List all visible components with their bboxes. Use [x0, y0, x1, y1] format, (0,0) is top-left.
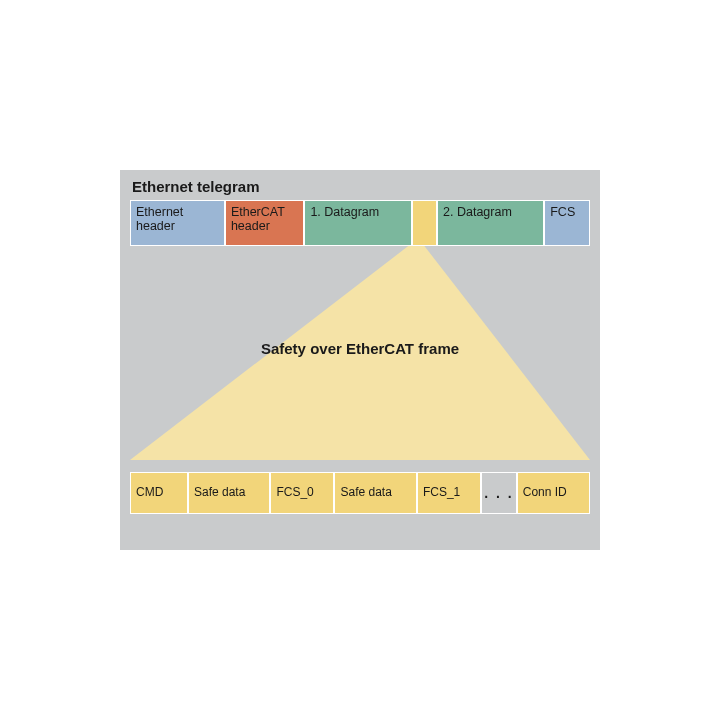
- frame-field: FCS_1: [417, 472, 481, 514]
- frame-field: Conn ID: [517, 472, 590, 514]
- frame-field: 1. Datagram: [304, 200, 411, 246]
- frame-field: 2. Datagram: [437, 200, 544, 246]
- top-title: Ethernet telegram: [132, 178, 260, 195]
- frame-field: Ethernet header: [130, 200, 225, 246]
- safety-frame-row: CMDSafe dataFCS_0Safe dataFCS_1. . .Conn…: [130, 472, 590, 514]
- frame-field: CMD: [130, 472, 188, 514]
- diagram-canvas: Ethernet telegram Ethernet headerEtherCA…: [120, 170, 600, 550]
- frame-field: [412, 200, 438, 246]
- frame-field: FCS: [544, 200, 590, 246]
- safety-frame-label: Safety over EtherCAT frame: [120, 340, 600, 357]
- frame-field: EtherCAT header: [225, 200, 305, 246]
- frame-field: Safe data: [188, 472, 270, 514]
- frame-field: Safe data: [334, 472, 416, 514]
- frame-field: FCS_0: [270, 472, 334, 514]
- ellipsis-cell: . . .: [481, 472, 517, 514]
- ethernet-telegram-row: Ethernet headerEtherCAT header1. Datagra…: [130, 200, 590, 246]
